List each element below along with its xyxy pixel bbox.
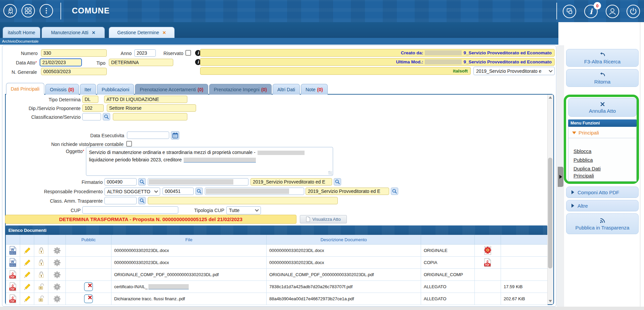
anno-field[interactable]: 2023 (134, 49, 156, 57)
tab-manutenzione-atti[interactable]: Manutenzione Atti ✕ (42, 27, 105, 38)
oggetto-textarea[interactable]: Servizio di manutenzione ordinaria e str… (86, 147, 333, 176)
search-icon[interactable] (138, 197, 146, 204)
classificazione-code-field[interactable] (82, 113, 101, 120)
power-icon[interactable] (627, 5, 640, 18)
classificazione-desc-field[interactable] (113, 113, 187, 120)
search-icon[interactable] (391, 188, 398, 195)
edit-pencil-icon[interactable] (20, 245, 34, 257)
file-name[interactable]: ORIGINALE_COMP_PDF_0000000003302023DL.pd… (111, 269, 267, 281)
lock-closed-icon[interactable] (34, 269, 48, 281)
docx-file-icon[interactable] (6, 257, 20, 269)
panel-collapse-handle[interactable] (558, 167, 563, 187)
more-options-icon[interactable] (40, 4, 53, 17)
close-icon[interactable]: ✕ (92, 30, 95, 35)
calendar-icon[interactable] (171, 131, 179, 140)
firmatario-code-field[interactable]: 000490 (104, 178, 137, 186)
context-select[interactable]: 2019_Servizio Provveditorato e (473, 67, 555, 75)
tab-pubblicazioni[interactable]: Pubblicazioni (97, 84, 134, 95)
edit-pencil-icon[interactable] (20, 293, 34, 305)
lock-closed-icon[interactable] (34, 245, 48, 257)
search-icon[interactable] (103, 113, 110, 120)
firmatario-org-field[interactable]: 2019_Servizio Provveditorato ed E (250, 178, 332, 186)
pdf-file-icon[interactable] (6, 293, 20, 305)
file-name[interactable]: 0000000003302023DL.docx (111, 245, 267, 257)
responsabile-type-select[interactable]: ALTRO SOGGETTO (104, 188, 160, 196)
gear-icon[interactable] (48, 269, 66, 281)
responsabile-name-field[interactable] (205, 188, 304, 195)
data-esecutivita-label: Data Esecutivita (81, 133, 124, 138)
pdf-file-icon[interactable] (6, 269, 20, 281)
visualizza-atto-button[interactable]: Visualizza Atto (300, 215, 347, 223)
file-name[interactable]: 0000000003302023DL.docx (111, 257, 267, 269)
pubblic-cell (66, 257, 111, 269)
lock-closed-icon[interactable] (34, 257, 48, 269)
data-esecutivita-field[interactable] (127, 132, 169, 139)
tab-iter[interactable]: Iter (80, 84, 96, 95)
gear-icon[interactable] (48, 293, 66, 305)
annulla-atto-button[interactable]: Annulla Atto (568, 98, 637, 117)
cup-field[interactable] (82, 206, 178, 214)
scroll-down-icon[interactable] (549, 300, 552, 302)
pubblica-in-trasparenza-button[interactable]: Pubblica in Trasparenza (566, 213, 639, 234)
tab-altri-dati[interactable]: Altri Dati (273, 84, 300, 95)
tipo-determina-code-field[interactable]: DL (82, 96, 98, 103)
apps-grid-icon[interactable] (21, 4, 35, 17)
data-atto-field[interactable]: 21/02/2023 (40, 58, 82, 66)
lock-open-icon[interactable] (34, 281, 48, 293)
tab-note[interactable]: Note(0) (301, 84, 328, 95)
gear-icon[interactable] (48, 281, 66, 293)
pdf-file-icon[interactable] (6, 281, 20, 293)
class-amm-desc-field[interactable] (148, 197, 338, 204)
unpublish-icon[interactable] (66, 281, 111, 293)
lock-open-icon[interactable] (34, 293, 48, 305)
link-pubblica[interactable]: Pubblica (573, 156, 593, 163)
responsabile-org-field[interactable]: 2019_Servizio Provveditorato ed E (306, 188, 389, 195)
link-duplica-dati-principali[interactable]: Duplica Dati Principali (573, 165, 617, 179)
no-visto-checkbox[interactable] (126, 141, 132, 147)
redacted-text (149, 179, 233, 185)
componi-atto-pdf-section[interactable]: Componi Atto PDF (566, 187, 639, 198)
responsabile-code-field[interactable]: 000451 (163, 188, 194, 195)
tipologia-cup-select[interactable]: Tutte (226, 206, 261, 214)
n-generale-field[interactable]: 000503/2023 (41, 68, 107, 75)
class-amm-code-field[interactable] (104, 197, 137, 204)
tab-dati-principali[interactable]: Dati Principali (6, 83, 44, 95)
rocket-icon[interactable] (3, 4, 17, 17)
link-sblocca[interactable]: Sblocca (573, 148, 591, 155)
file-name[interactable]: Dichiarazione tracc. flussi finanz..pdf (111, 293, 267, 305)
tipo-determina-desc-field[interactable]: ATTO DI LIQUIDAZIONE (104, 96, 187, 103)
firmatario-name-field[interactable] (148, 178, 248, 186)
section-principali[interactable]: Principali (568, 127, 636, 138)
ritorna-button[interactable]: Ritorna (566, 69, 639, 87)
docx-file-icon[interactable] (6, 245, 20, 257)
altra-ricerca-button[interactable]: F3-Altra Ricerca (566, 49, 639, 67)
gear-icon[interactable] (48, 257, 66, 269)
file-name[interactable]: certificato-INAIL_ (111, 281, 267, 293)
edit-pencil-icon[interactable] (20, 269, 34, 281)
riservato-checkbox[interactable] (185, 50, 191, 56)
close-icon[interactable]: ✕ (163, 30, 166, 35)
tab-gestione-determine[interactable]: Gestione Determine ✕ (109, 27, 175, 38)
windows-icon[interactable] (563, 5, 576, 18)
dip-desc-field[interactable]: Settore Risorse (107, 104, 196, 112)
user-icon[interactable] (606, 5, 619, 18)
pdf-file-icon[interactable] (475, 257, 501, 269)
tipo-field[interactable]: DETERMINA (109, 59, 173, 66)
unpublish-icon[interactable] (66, 293, 111, 305)
dip-code-field[interactable]: 102 (82, 104, 104, 112)
resize-grip[interactable] (328, 171, 332, 175)
ultima-mod-value: 9_Servizio Provveditorato ed Economato (463, 59, 552, 64)
search-icon[interactable] (195, 188, 203, 195)
numero-field[interactable]: 330 (41, 49, 107, 57)
tab-italsoft-home[interactable]: italsoft Home (3, 27, 40, 38)
scroll-up-icon[interactable] (549, 96, 552, 99)
edit-pencil-icon[interactable] (20, 281, 34, 293)
edit-pencil-icon[interactable] (20, 257, 34, 269)
search-icon[interactable] (138, 178, 146, 186)
gear-icon[interactable] (48, 245, 66, 257)
signed-seal-icon[interactable] (475, 245, 501, 257)
tab-omissis[interactable]: Omissis(0) (45, 84, 79, 95)
search-icon[interactable] (334, 178, 341, 186)
altre-section[interactable]: Altre (566, 200, 639, 211)
scrollbar-thumb[interactable] (548, 158, 552, 268)
